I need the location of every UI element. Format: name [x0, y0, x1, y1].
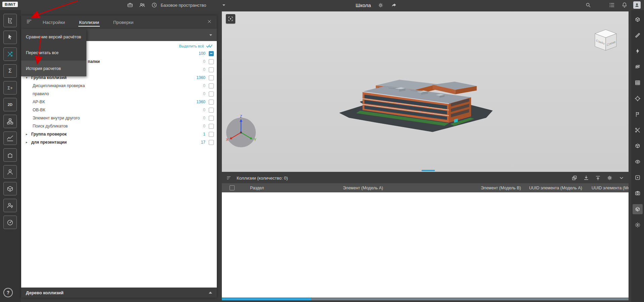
- panel-menu-button[interactable]: [25, 17, 34, 28]
- panel-close-button[interactable]: [207, 19, 212, 26]
- collaboration-button[interactable]: [138, 1, 146, 9]
- expand-closed-icon[interactable]: [26, 141, 31, 144]
- collisions-panel-title: Коллизии (количество: 0): [237, 176, 288, 181]
- user-avatar[interactable]: [633, 1, 641, 9]
- app-logo: BiMiT: [2, 2, 18, 7]
- select-tool-button[interactable]: [3, 31, 17, 44]
- select-all-checkbox[interactable]: [230, 185, 235, 190]
- menu-item-compare-versions[interactable]: Сравнение версий расчётов: [21, 29, 86, 45]
- column-uuid-b[interactable]: UUID элемента (Мод: [584, 186, 629, 190]
- tree-row-checkbox[interactable]: [209, 67, 214, 72]
- tree-row-count: 0: [203, 124, 205, 128]
- clash-detection-button[interactable]: [3, 47, 17, 61]
- snapshot-button[interactable]: [633, 188, 643, 198]
- tree-row-checkbox[interactable]: [209, 59, 214, 64]
- plugins-button[interactable]: [3, 148, 17, 162]
- view-cube[interactable]: Сзади Слева: [590, 26, 621, 54]
- tree-row-checkbox[interactable]: [209, 132, 214, 137]
- 2d-view-button[interactable]: 2D: [3, 98, 17, 111]
- model-structure-button[interactable]: [3, 14, 17, 27]
- menu-item-calculation-history[interactable]: История расчетов: [21, 61, 86, 76]
- export-icon[interactable]: [595, 175, 601, 181]
- column-razdel[interactable]: Раздел: [242, 186, 303, 190]
- model-export-button[interactable]: [3, 182, 17, 195]
- notifications-button[interactable]: [621, 1, 628, 9]
- flag-button[interactable]: [633, 109, 643, 119]
- sum-add-button[interactable]: Σ+: [3, 81, 17, 95]
- duplicate-icon[interactable]: [571, 175, 577, 181]
- scheme-button[interactable]: [3, 115, 17, 128]
- tree-row[interactable]: Поиск дубликатов 0: [21, 122, 217, 130]
- select-all-label: Выделить всё: [179, 44, 204, 48]
- tree-row-group[interactable]: для презентации 17: [21, 138, 217, 146]
- tree-row-count: 17: [201, 140, 205, 145]
- tree-row-checkbox[interactable]: [209, 100, 214, 105]
- viewpoint-button[interactable]: [633, 14, 643, 25]
- building-model[interactable]: [338, 54, 496, 137]
- viewport-3d[interactable]: Z X Y Сзади Слева: [222, 11, 629, 172]
- tree-row[interactable]: Элемент внутри другого 0: [21, 114, 217, 122]
- axis-x-label: X: [226, 138, 229, 142]
- collapse-chevron-icon[interactable]: [618, 175, 625, 181]
- clip-plane-button[interactable]: [633, 62, 643, 72]
- history-button[interactable]: [151, 1, 158, 9]
- tree-row-count: 0: [203, 108, 205, 112]
- tree-row-checkbox[interactable]: [209, 140, 214, 145]
- model-cube-button[interactable]: [633, 204, 643, 214]
- section-button[interactable]: [633, 46, 643, 56]
- tree-row-checkbox[interactable]: [209, 91, 214, 97]
- tab-collisions[interactable]: Коллизии: [79, 15, 99, 29]
- axis-gizmo[interactable]: Z X Y: [222, 112, 261, 153]
- gauge-icon: [6, 219, 14, 226]
- case-button[interactable]: [126, 1, 134, 9]
- explode-button[interactable]: [633, 220, 643, 230]
- column-uuid-a[interactable]: UUID элемента (Модель A): [524, 186, 584, 190]
- tree-row-checkbox[interactable]: [209, 124, 214, 129]
- profile-button[interactable]: [3, 165, 17, 179]
- import-icon[interactable]: [583, 175, 589, 181]
- column-element-a[interactable]: Элемент (Модель A): [303, 186, 424, 190]
- expand-open-icon[interactable]: [26, 76, 31, 79]
- tree-row-checkbox[interactable]: [209, 51, 214, 56]
- tab-settings[interactable]: Настройки: [43, 15, 65, 29]
- help-button[interactable]: ?: [3, 288, 13, 297]
- expand-closed-icon[interactable]: [26, 133, 31, 136]
- column-element-b[interactable]: Элемент (Модель B): [424, 186, 524, 190]
- tree-row[interactable]: ОВ-ВК 0: [21, 106, 217, 114]
- collisions-table-header: Раздел Элемент (Модель A) Элемент (Модел…: [222, 183, 629, 192]
- search-button[interactable]: [585, 1, 592, 9]
- horizontal-scrollbar[interactable]: [222, 298, 629, 300]
- tree-row[interactable]: правило 0: [21, 90, 217, 98]
- graphs-button[interactable]: [3, 131, 17, 145]
- box-section-button[interactable]: [633, 141, 643, 151]
- menu-item-recalculate-all[interactable]: Пересчитать все: [21, 45, 86, 61]
- viewport-splitter-handle[interactable]: [421, 170, 435, 171]
- isolate-button[interactable]: [633, 173, 643, 183]
- center-view-button[interactable]: [633, 93, 643, 104]
- list-icon: [609, 2, 615, 8]
- tree-panel-footer[interactable]: Дерево коллизий: [21, 288, 217, 298]
- tree-row[interactable]: АР-ВК 1360: [21, 98, 217, 106]
- tree-row[interactable]: Дисциплинарная проверка 0: [21, 82, 217, 90]
- grid-button[interactable]: [633, 78, 643, 88]
- sum-button[interactable]: Σ: [3, 64, 17, 78]
- panel-menu-icon[interactable]: [226, 175, 232, 181]
- focus-model-button[interactable]: [226, 14, 235, 24]
- section-cut-button[interactable]: [633, 125, 643, 135]
- visibility-button[interactable]: [633, 157, 643, 167]
- tree-row-checkbox[interactable]: [209, 108, 214, 113]
- project-settings-button[interactable]: [377, 1, 385, 9]
- tab-checks[interactable]: Проверки: [113, 15, 133, 29]
- settings-gear-icon[interactable]: [607, 175, 613, 181]
- measure-button[interactable]: [633, 30, 643, 40]
- dashboard-button[interactable]: [3, 216, 17, 229]
- tree-row-checkbox[interactable]: [209, 116, 214, 121]
- apps-list-button[interactable]: [608, 1, 616, 9]
- workspace-selector[interactable]: Базовое пространство: [161, 0, 225, 10]
- scrollbar-thumb[interactable]: [222, 298, 311, 300]
- tree-row-checkbox[interactable]: [209, 75, 214, 80]
- share-button[interactable]: [391, 1, 398, 9]
- user-location-button[interactable]: [3, 199, 17, 212]
- tree-row-group[interactable]: Группа проверок 1: [21, 130, 217, 138]
- tree-row-checkbox[interactable]: [209, 83, 214, 88]
